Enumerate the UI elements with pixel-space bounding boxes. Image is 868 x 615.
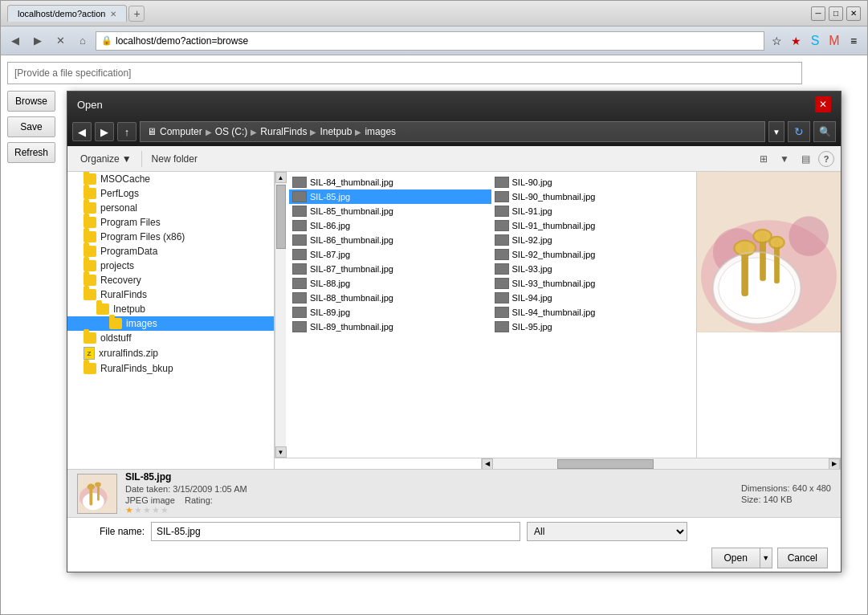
list-item[interactable]: SIL-84_thumbnail.jpg (289, 175, 491, 189)
tree-item[interactable]: ProgramData (67, 244, 274, 259)
list-item[interactable]: SIL-89.jpg (289, 305, 491, 320)
url-input[interactable] (116, 35, 759, 47)
browser-titlebar: localhost/demo?action ✕ + ─ □ ✕ (1, 1, 867, 26)
file-item-thumb (292, 206, 307, 217)
open-dropdown-button[interactable]: ▼ (760, 548, 772, 568)
tab-close-icon[interactable]: ✕ (110, 10, 116, 18)
list-item[interactable]: SIL-95.jpg (491, 320, 694, 334)
file-item-label: SIL-88.jpg (310, 279, 350, 288)
dialog-up-button[interactable]: ↑ (117, 122, 137, 141)
tree-item[interactable]: oldstuff (67, 331, 274, 345)
file-thumbnail-preview (77, 474, 117, 514)
list-item[interactable]: SIL-88_thumbnail.jpg (289, 291, 491, 305)
tree-item[interactable]: MSOCache (67, 172, 274, 186)
path-inetpub[interactable]: Inetpub (320, 126, 352, 137)
favorites-icon[interactable]: ☆ (768, 32, 785, 50)
tree-item[interactable]: Zxruralfinds.zip (67, 345, 274, 361)
organize-button[interactable]: Organize ▼ (74, 151, 138, 167)
dialog-search-button[interactable]: 🔍 (813, 121, 836, 142)
new-tab-button[interactable]: + (128, 6, 145, 22)
scroll-left-button[interactable]: ◀ (482, 458, 493, 470)
list-item[interactable]: SIL-86_thumbnail.jpg (289, 233, 491, 247)
tree-item[interactable]: Program Files (67, 215, 274, 230)
tree-item[interactable]: projects (67, 259, 274, 273)
home-button[interactable]: ⌂ (73, 31, 92, 51)
list-item[interactable]: SIL-93_thumbnail.jpg (491, 276, 694, 291)
horizontal-scrollbar[interactable]: ◀ ▶ (482, 458, 841, 469)
dialog-close-button[interactable]: ✕ (815, 96, 831, 112)
gmail-icon[interactable]: M (825, 32, 843, 50)
horiz-thumb[interactable] (557, 459, 654, 469)
open-button[interactable]: Open (711, 548, 760, 568)
scroll-right-button[interactable]: ▶ (829, 458, 840, 470)
dimensions-info: Dimensions: 640 x 480 (741, 483, 831, 493)
list-item[interactable]: SIL-94.jpg (491, 291, 694, 305)
skype-icon[interactable]: S (806, 32, 824, 50)
minimize-button[interactable]: ─ (811, 6, 825, 21)
list-item[interactable]: SIL-93.jpg (491, 262, 694, 276)
view-grid-button[interactable]: ⊞ (754, 149, 773, 169)
browser-window: localhost/demo?action ✕ + ─ □ ✕ ◀ ▶ ✕ ⌂ … (0, 0, 868, 615)
path-ruralfinds[interactable]: RuralFinds (260, 126, 307, 137)
list-item[interactable]: SIL-88.jpg (289, 276, 491, 291)
list-item[interactable]: SIL-90_thumbnail.jpg (491, 189, 694, 204)
dialog-back-button[interactable]: ◀ (72, 122, 92, 141)
dialog-refresh-button[interactable]: ↻ (788, 121, 810, 142)
bookmark-icon[interactable]: ★ (787, 32, 805, 50)
list-item[interactable]: SIL-90.jpg (491, 175, 694, 189)
list-item[interactable]: SIL-85.jpg (289, 189, 491, 204)
tree-item[interactable]: images (67, 316, 274, 331)
tree-item[interactable]: Inetpub (67, 302, 274, 316)
back-button[interactable]: ◀ (6, 31, 25, 51)
close-window-button[interactable]: ✕ (846, 6, 861, 21)
tree-item[interactable]: Recovery (67, 273, 274, 287)
tree-item[interactable]: RuralFinds_bkup (67, 361, 274, 376)
filetype-select[interactable]: All (527, 522, 687, 541)
list-item[interactable]: SIL-91.jpg (491, 204, 694, 218)
scroll-up-button[interactable]: ▲ (275, 172, 287, 183)
list-item[interactable]: SIL-89_thumbnail.jpg (289, 320, 491, 334)
view-list-button[interactable]: ▤ (796, 149, 815, 169)
list-item[interactable]: SIL-92.jpg (491, 233, 694, 247)
browse-button[interactable]: Browse (7, 91, 55, 112)
list-item[interactable]: SIL-86.jpg (289, 218, 491, 233)
filename-input[interactable] (151, 522, 520, 541)
folder-icon (84, 332, 96, 344)
tree-item[interactable]: personal (67, 201, 274, 215)
folder-icon (84, 231, 96, 242)
path-dropdown-button[interactable]: ▼ (768, 121, 784, 142)
help-button[interactable]: ? (818, 151, 834, 167)
cancel-button[interactable]: Cancel (777, 548, 828, 568)
browser-tab[interactable]: localhost/demo?action ✕ (7, 5, 127, 22)
list-item[interactable]: SIL-94_thumbnail.jpg (491, 305, 694, 320)
path-os[interactable]: OS (C:) (215, 126, 248, 137)
scroll-down-button[interactable]: ▼ (275, 446, 287, 458)
star-3: ★ (143, 505, 151, 515)
refresh-button[interactable]: Refresh (7, 142, 55, 163)
list-item[interactable]: SIL-91_thumbnail.jpg (491, 218, 694, 233)
tree-item[interactable]: PerfLogs (67, 186, 274, 201)
vertical-scrollbar[interactable]: ▲ ▼ (275, 172, 286, 458)
new-folder-button[interactable]: New folder (145, 151, 204, 167)
close-button[interactable]: ✕ (51, 31, 70, 51)
list-item[interactable]: SIL-92_thumbnail.jpg (491, 247, 694, 262)
folder-icon (109, 318, 122, 329)
save-button[interactable]: Save (7, 116, 55, 137)
address-bar[interactable]: 🔒 (96, 31, 764, 51)
menu-icon[interactable]: ≡ (845, 32, 862, 50)
maximize-button[interactable]: □ (829, 6, 843, 21)
toolbar-divider (141, 151, 142, 167)
page-buttons: Browse Save Refresh (7, 91, 55, 163)
tree-item[interactable]: Program Files (x86) (67, 230, 274, 244)
scrollbar-thumb[interactable] (276, 185, 286, 249)
file-spec-input[interactable] (7, 62, 802, 84)
list-item[interactable]: SIL-87.jpg (289, 247, 491, 262)
list-item[interactable]: SIL-87_thumbnail.jpg (289, 262, 491, 276)
dialog-forward-button[interactable]: ▶ (95, 122, 114, 141)
list-item[interactable]: SIL-85_thumbnail.jpg (289, 204, 491, 218)
file-rating-stars: ★ ★ ★ ★ ★ (125, 505, 247, 515)
view-dropdown-button[interactable]: ▼ (775, 149, 794, 169)
path-images[interactable]: images (365, 126, 396, 137)
forward-button[interactable]: ▶ (28, 31, 47, 51)
path-computer[interactable]: Computer (160, 126, 202, 137)
